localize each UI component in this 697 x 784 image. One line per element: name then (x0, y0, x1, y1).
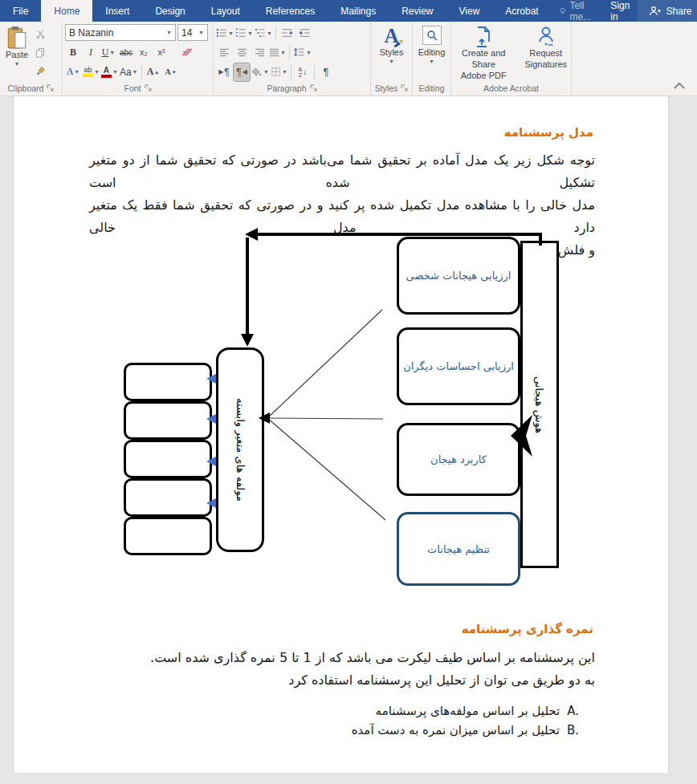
align-center-button[interactable] (234, 43, 250, 61)
diagram-box-emotion-application[interactable]: کاربرد هیجان (397, 423, 520, 496)
tab-mailings[interactable]: Mailings (328, 0, 389, 22)
diagram-empty-box-2[interactable] (124, 401, 212, 440)
increase-indent-button[interactable] (297, 24, 313, 42)
align-center-icon (237, 48, 247, 57)
editing-button[interactable]: Editing ▼ (413, 23, 450, 64)
font-name-combo[interactable]: B Nazanin ▼ (65, 24, 176, 41)
diagram-empty-box-4[interactable] (124, 478, 212, 517)
paste-label: Paste (6, 50, 28, 61)
request-signatures-button[interactable]: RequestSignatures (520, 23, 571, 82)
diagram-box-others-feelings[interactable]: ارزیابی احساسات دیگران (397, 327, 520, 405)
tab-review[interactable]: Review (389, 0, 446, 22)
search-icon (426, 30, 438, 41)
format-painter-button[interactable] (32, 62, 48, 79)
diagram-tall-box-emotional-intelligence[interactable]: هوش هیجانی (520, 241, 559, 568)
diagram-box-dependent-variable-components[interactable]: مولفه های متغیر وابسته (216, 347, 264, 552)
list-text-b: تحلیل بر اساس میزان نمره به دست آمده (352, 723, 560, 737)
tab-references[interactable]: References (253, 0, 328, 22)
tab-design[interactable]: Design (142, 0, 198, 22)
document-area[interactable]: مدل پرسشنامه توجه شکل زیر یک مدل آماده ب… (0, 96, 697, 783)
paint-bucket-icon (251, 67, 263, 77)
sort-button[interactable]: AZ↓ (295, 63, 311, 81)
heading-questionnaire-scoring: نمره گذاری پرسشنامه (462, 622, 593, 636)
clipboard-group-label: Clipboard (8, 83, 44, 93)
eraser-icon (181, 47, 194, 57)
change-case-label: Aa (120, 67, 132, 78)
tab-insert[interactable]: Insert (92, 0, 142, 22)
multilevel-list-button[interactable]: ▼ (255, 24, 272, 42)
diagram-box-emotion-regulation[interactable]: تنظیم هیجانات (397, 512, 520, 586)
tab-layout[interactable]: Layout (198, 0, 253, 22)
show-hide-pilcrow-button[interactable]: ¶ (318, 63, 334, 81)
multilevel-list-icon (255, 28, 266, 38)
diagram-empty-box-1[interactable] (124, 363, 212, 401)
highlight-button[interactable]: ab▼ (83, 63, 100, 81)
line-spacing-button[interactable]: ▼ (293, 43, 312, 61)
paragraph-dialog-launcher[interactable] (310, 84, 317, 91)
subscript-button[interactable]: x₂ (136, 43, 152, 61)
diagram-box-personal-emotions[interactable]: ارزیابی هیجانات شخصی (397, 237, 520, 315)
paragraph2-line1: این پرسشنامه بر اساس طیف لیکرت می باشد ک… (89, 647, 595, 669)
copy-button[interactable] (32, 43, 48, 61)
collapse-ribbon-button[interactable] (673, 81, 686, 91)
styles-button[interactable]: A Styles ▼ (371, 23, 412, 64)
sort-z-label: Z (299, 72, 302, 78)
change-case-button[interactable]: Aa▼ (120, 63, 138, 81)
document-page[interactable]: مدل پرسشنامه توجه شکل زیر یک مدل آماده ب… (13, 96, 669, 773)
shrink-font-label: A (165, 67, 170, 76)
borders-button[interactable]: ▼ (271, 63, 287, 81)
styles-big-a-icon: A (384, 26, 398, 46)
tab-file[interactable]: File (0, 0, 41, 22)
tab-view[interactable]: View (446, 0, 493, 22)
styles-group: A Styles ▼ Styles (371, 22, 413, 95)
font-color-button[interactable]: A▼ (101, 63, 118, 81)
shading-button[interactable]: ▼ (251, 63, 269, 81)
highlight-label: ab (84, 67, 92, 74)
create-share-pdf-button[interactable]: Create and ShareAdobe PDF (451, 23, 516, 82)
styles-dialog-launcher[interactable] (401, 84, 408, 91)
sign-in-button[interactable]: Sign in (602, 0, 638, 22)
paragraph-group: ▼ ▼ ▼ ▼ ▼ ▶¶ ¶◀ ▼ ▼ AZ↓ (214, 22, 371, 95)
list-marker-a: A. (567, 704, 579, 718)
rtl-direction-button[interactable]: ¶◀ (234, 63, 250, 81)
tab-acrobat[interactable]: Acrobat (492, 0, 551, 22)
multilevel-caret: ▼ (267, 30, 272, 36)
create-pdf-label-2: Adobe PDF (461, 71, 507, 80)
italic-button[interactable]: I (83, 43, 99, 61)
diagram-empty-box-3[interactable] (124, 440, 212, 478)
clipboard-dialog-launcher[interactable] (47, 84, 54, 91)
bullets-button[interactable]: ▼ (216, 24, 234, 42)
align-left-button[interactable] (216, 43, 232, 61)
line-spacing-caret: ▼ (306, 50, 312, 55)
font-size-combo[interactable]: 14 ▼ (177, 24, 208, 41)
underline-button[interactable]: U▼ (100, 43, 116, 61)
justify-button[interactable]: ▼ (269, 43, 286, 61)
font-dialog-launcher[interactable] (145, 84, 152, 91)
align-right-button[interactable] (251, 43, 267, 61)
text-effects-button[interactable]: A▼ (65, 63, 81, 81)
cut-button[interactable] (32, 25, 48, 43)
tell-me-box[interactable]: Tell me... (552, 0, 603, 22)
change-case-caret: ▼ (132, 69, 138, 75)
clear-formatting-button[interactable] (179, 43, 195, 61)
font-color-caret: ▼ (112, 69, 118, 75)
paste-button[interactable]: Paste ▼ (2, 23, 32, 82)
shrink-font-button[interactable]: A▼ (163, 63, 179, 81)
font-name-value: B Nazanin (69, 27, 113, 39)
share-button[interactable]: Share (638, 0, 697, 22)
diagram-empty-box-5[interactable] (124, 517, 212, 555)
shrink-font-arrow-icon: ▼ (172, 70, 177, 75)
ltr-pilcrow: ¶ (224, 67, 229, 78)
strikethrough-button[interactable]: abc (118, 43, 134, 61)
superscript-button[interactable]: x² (153, 43, 169, 61)
ltr-direction-button[interactable]: ▶¶ (216, 63, 232, 81)
bold-button[interactable]: B (65, 43, 81, 61)
decrease-indent-button[interactable] (279, 24, 296, 42)
grow-font-button[interactable]: A▲ (145, 63, 161, 81)
editing-group-label: Editing (418, 83, 444, 93)
tab-home[interactable]: Home (41, 0, 92, 22)
numbering-button[interactable]: ▼ (235, 24, 253, 42)
down-arrowhead-icon (241, 334, 254, 347)
pdf-document-icon (474, 26, 493, 48)
ltr-arrow-icon: ▶ (218, 68, 223, 75)
